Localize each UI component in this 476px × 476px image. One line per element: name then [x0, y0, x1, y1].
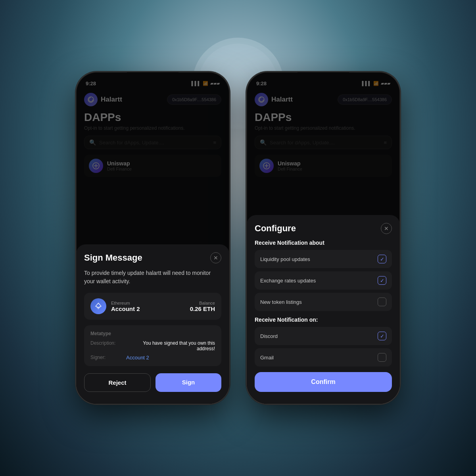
- notify-discord-label: Discord: [260, 333, 278, 339]
- meta-description-row: Description: You have signed that you ow…: [90, 340, 215, 351]
- notify-gmail-row[interactable]: Gmail: [255, 348, 392, 367]
- notify-discord-row[interactable]: Discord ✓: [255, 327, 392, 345]
- meta-signer-value: Account 2: [126, 355, 149, 361]
- notify-liquidity-row[interactable]: Liquidity pool updates ✓: [255, 250, 392, 268]
- meta-signer-row: Signer: Account 2: [90, 355, 215, 361]
- configure-modal-sheet: Configure ✕ Receive Notification about L…: [247, 215, 400, 404]
- notify-about-label: Receive Notification about: [255, 240, 392, 246]
- sign-modal-overlay: Sign Message ✕ To provide timely update …: [76, 72, 229, 404]
- sign-modal-close-button[interactable]: ✕: [210, 252, 221, 263]
- sign-button[interactable]: Sign: [155, 373, 221, 392]
- account-card: Ethereum Account 2 Balance 0.26 ETH: [84, 293, 221, 320]
- meta-description-value: You have signed that you own this addres…: [126, 340, 215, 351]
- phone-right: 9:28 ▌▌▌ 📶 ▰▰▰ Halartt 0x1b5D8a9F....554…: [246, 71, 401, 405]
- phone-left: 9:28 ▌▌▌ 📶 ▰▰▰ Halartt 0x1b5D8a9F....554…: [75, 71, 230, 405]
- notify-exchange-row[interactable]: Exchange rates updates ✓: [255, 271, 392, 290]
- sign-modal-description: To provide timely update halartt will ne…: [84, 269, 221, 286]
- notify-liquidity-label: Liquidity pool updates: [260, 256, 310, 262]
- meta-description-label: Description:: [90, 340, 122, 346]
- notify-exchange-checkbox[interactable]: ✓: [378, 276, 386, 285]
- meta-section: Metatype Description: You have signed th…: [84, 325, 221, 366]
- account-label: Ethereum: [111, 301, 185, 305]
- notify-token-row[interactable]: New token listings: [255, 293, 392, 311]
- configure-modal-header: Configure ✕: [255, 223, 392, 234]
- notify-liquidity-checkbox[interactable]: ✓: [378, 255, 386, 263]
- configure-modal-close-button[interactable]: ✕: [381, 223, 392, 234]
- notify-on-label: Receive Notification on:: [255, 317, 392, 323]
- balance-section: Balance 0.26 ETH: [190, 301, 215, 312]
- action-buttons: Reject Sign: [84, 373, 221, 392]
- eth-icon: [90, 298, 106, 314]
- notify-exchange-label: Exchange rates updates: [260, 278, 316, 284]
- configure-modal-overlay: Configure ✕ Receive Notification about L…: [247, 72, 400, 404]
- reject-button[interactable]: Reject: [84, 373, 151, 392]
- account-name: Account 2: [111, 305, 185, 312]
- sign-modal-title: Sign Message: [84, 253, 142, 263]
- notify-token-label: New token listings: [260, 299, 302, 305]
- notify-gmail-checkbox[interactable]: [378, 353, 386, 362]
- notify-gmail-label: Gmail: [260, 355, 274, 361]
- balance-label: Balance: [190, 301, 215, 305]
- confirm-button[interactable]: Confirm: [255, 372, 392, 392]
- configure-modal-title: Configure: [255, 223, 296, 234]
- sign-modal-header: Sign Message ✕: [84, 252, 221, 263]
- sign-modal-sheet: Sign Message ✕ To provide timely update …: [76, 244, 229, 404]
- svg-marker-5: [96, 306, 101, 309]
- meta-signer-label: Signer:: [90, 355, 122, 360]
- balance-value: 0.26 ETH: [190, 305, 215, 312]
- meta-title: Metatype: [90, 331, 215, 336]
- account-info: Ethereum Account 2: [111, 301, 185, 312]
- notify-token-checkbox[interactable]: [378, 298, 386, 306]
- notify-discord-checkbox[interactable]: ✓: [378, 332, 386, 340]
